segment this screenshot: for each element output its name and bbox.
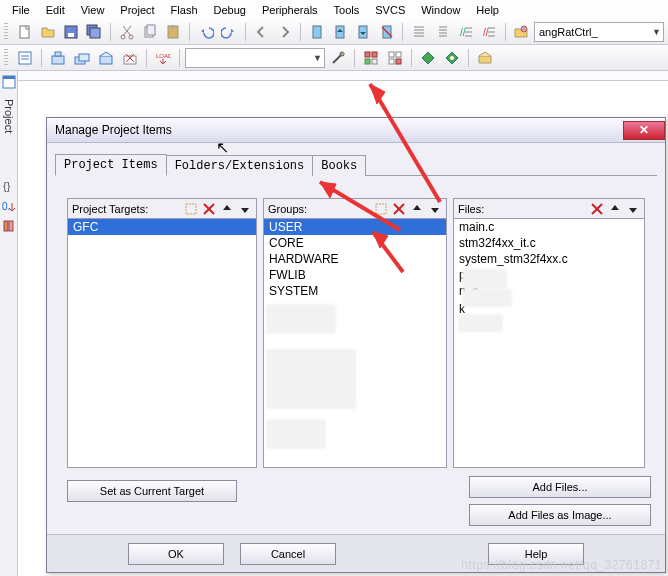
download-icon[interactable]: LOAD [152,47,174,69]
tab-project-items[interactable]: Project Items [55,154,167,176]
panel-groups: Groups: USER CORE HARDWARE FWLIB SYSTEM [263,198,447,468]
pack-icon[interactable] [474,47,496,69]
uncomment-icon[interactable]: // [478,21,499,43]
delete-target-icon[interactable] [201,201,217,217]
green-diamond-icon[interactable] [417,47,439,69]
panel-project-targets: Project Targets: GFC [67,198,257,468]
undo-icon[interactable] [195,21,216,43]
books-icon[interactable] [2,219,16,233]
targets-label: Project Targets: [72,203,148,215]
find-combo-text: angRatCtrl_ [539,26,598,38]
tab-folders-extensions[interactable]: Folders/Extensions [166,155,314,176]
menu-project[interactable]: Project [112,2,162,18]
watermark: https://blog.csdn.net/qq_32761871 [461,558,662,572]
menu-tools[interactable]: Tools [326,2,368,18]
add-files-as-image-button[interactable]: Add Files as Image... [469,504,651,526]
menu-flash[interactable]: Flash [163,2,206,18]
bookmark-prev-icon[interactable] [329,21,350,43]
files-list[interactable]: main.c stm32f4xx_it.c system_stm32f4xx.c… [453,218,645,468]
paste-icon[interactable] [163,21,184,43]
list-item[interactable]: SYSTEM [264,283,446,299]
green-gear-icon[interactable] [441,47,463,69]
menu-peripherals[interactable]: Peripherals [254,2,326,18]
manage-books-icon[interactable] [384,47,406,69]
bookmark-icon[interactable] [306,21,327,43]
copy-icon[interactable] [139,21,160,43]
bookmark-next-icon[interactable] [353,21,374,43]
svg-rect-38 [3,76,15,79]
cut-icon[interactable] [116,21,137,43]
menu-help[interactable]: Help [468,2,507,18]
comment-icon[interactable]: // [455,21,476,43]
indent-right-icon[interactable] [432,21,453,43]
tab-books[interactable]: Books [312,155,366,176]
open-file-icon[interactable] [37,21,58,43]
find-combo[interactable]: angRatCtrl_ ▼ [534,22,664,42]
menu-edit[interactable]: Edit [38,2,73,18]
list-item[interactable]: FWLIB [264,267,446,283]
nav-back-icon[interactable] [251,21,272,43]
toolbar-grip[interactable] [4,23,8,41]
cancel-button[interactable]: Cancel [240,543,336,565]
redo-icon[interactable] [218,21,239,43]
files-label: Files: [458,203,484,215]
menu-view[interactable]: View [73,2,113,18]
close-button[interactable]: ✕ [623,121,665,140]
stop-build-icon[interactable] [119,47,141,69]
add-files-button[interactable]: Add Files... [469,476,651,498]
new-file-icon[interactable] [14,21,35,43]
svg-rect-4 [90,28,100,38]
menu-debug[interactable]: Debug [206,2,254,18]
manage-project-items-dialog: Manage Project Items ✕ Project Items Fol… [46,117,666,573]
svg-rect-32 [389,52,394,57]
func-nav-icon[interactable]: 0. [2,199,16,213]
options-icon[interactable] [327,47,349,69]
svg-rect-8 [147,25,155,35]
rebuild-icon[interactable] [71,47,93,69]
project-window-icon[interactable] [2,75,16,89]
target-up-icon[interactable] [219,201,235,217]
translate-icon[interactable] [14,47,36,69]
list-item[interactable]: stm32f4xx_it.c [454,235,644,251]
braces-icon[interactable]: {} [2,179,16,193]
project-tab[interactable]: Project [2,95,16,137]
list-item[interactable]: HARDWARE [264,251,446,267]
list-item[interactable]: CORE [264,235,446,251]
manage-items-icon[interactable] [360,47,382,69]
menu-svcs[interactable]: SVCS [367,2,413,18]
indent-left-icon[interactable] [408,21,429,43]
list-item[interactable]: main.c [454,219,644,235]
targets-list[interactable]: GFC [67,218,257,468]
toolbar-grip-2[interactable] [4,49,8,67]
file-up-icon[interactable] [607,201,623,217]
menu-file[interactable]: File [4,2,38,18]
save-all-icon[interactable] [84,21,105,43]
delete-file-icon[interactable] [589,201,605,217]
svg-rect-42 [9,221,13,231]
batch-build-icon[interactable] [95,47,117,69]
group-down-icon[interactable] [427,201,443,217]
bookmark-clear-icon[interactable] [376,21,397,43]
list-item[interactable]: USER [264,219,446,235]
svg-rect-41 [4,221,8,231]
ok-button[interactable]: OK [128,543,224,565]
new-group-icon[interactable] [373,201,389,217]
dialog-titlebar[interactable]: Manage Project Items ✕ [47,118,665,143]
group-up-icon[interactable] [409,201,425,217]
svg-text://: // [483,27,489,38]
groups-list[interactable]: USER CORE HARDWARE FWLIB SYSTEM [263,218,447,468]
file-down-icon[interactable] [625,201,641,217]
manage-project-icon[interactable] [511,21,532,43]
target-down-icon[interactable] [237,201,253,217]
set-current-target-button[interactable]: Set as Current Target [67,480,237,502]
list-item[interactable]: system_stm32f4xx.c [454,251,644,267]
save-icon[interactable] [60,21,81,43]
build-icon[interactable] [47,47,69,69]
menu-window[interactable]: Window [413,2,468,18]
delete-group-icon[interactable] [391,201,407,217]
menu-bar: File Edit View Project Flash Debug Perip… [0,0,668,19]
target-combo[interactable]: ▼ [185,48,325,68]
nav-fwd-icon[interactable] [274,21,295,43]
new-target-icon[interactable] [183,201,199,217]
list-item[interactable]: GFC [68,219,256,235]
